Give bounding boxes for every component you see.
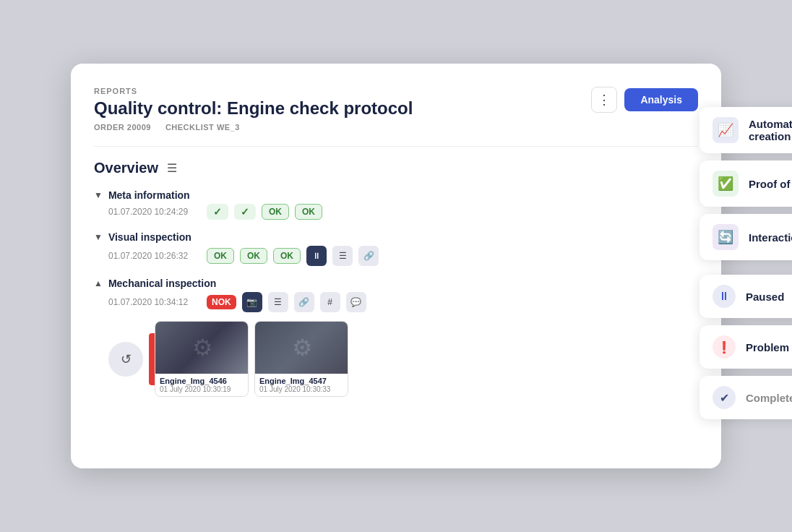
image-date-1: 01 July 2020 10:30:19: [160, 385, 244, 393]
meta-information-item: ▼ Meta information 01.07.2020 10:24:29 ✓…: [94, 189, 698, 220]
engine-img-placeholder-1: ⚙: [155, 322, 249, 374]
more-button[interactable]: ⋮: [591, 87, 617, 113]
meta-information-header: ▼ Meta information: [94, 189, 698, 201]
overview-title: Overview: [94, 160, 158, 176]
mechanical-badge-link: 🔗: [294, 292, 314, 312]
nok-bar: [149, 333, 155, 385]
visual-badge-ok1: OK: [207, 248, 234, 264]
mechanical-inspection-item: ▲ Mechanical inspection 01.07.2020 10:34…: [94, 278, 698, 397]
collapse-icon-visual[interactable]: ▼: [94, 232, 103, 242]
right-panel: 📈 Automatic report creation ✅ Proof of c…: [700, 107, 792, 419]
mechanical-badge-list: ☰: [268, 292, 288, 312]
status-section: ⏸ Paused ❗ Problem ✔ Completed: [700, 275, 792, 419]
image-name-2: Engine_Img_4547: [259, 377, 343, 385]
collapse-icon-meta[interactable]: ▼: [94, 190, 103, 200]
engine-image-2[interactable]: ⚙ Engine_Img_4547 01 July 2020 10:30:33: [254, 321, 348, 397]
meta-badge-check1: ✓: [207, 204, 228, 220]
overview-header: Overview ☰: [94, 160, 698, 176]
panel-item-history[interactable]: 🔄 Interaction History: [700, 214, 792, 260]
status-completed[interactable]: ✔ Completed: [700, 376, 792, 419]
main-card: REPORTS Quality control: Engine check pr…: [71, 64, 721, 468]
meta-badge-check2: ✓: [234, 204, 256, 220]
compliance-label: Proof of compliance: [749, 178, 792, 190]
page-title: Quality control: Engine check protocol: [94, 98, 413, 119]
meta-information-row: 01.07.2020 10:24:29 ✓ ✓ OK OK: [94, 204, 698, 220]
header-right: ⋮ Analysis: [591, 87, 698, 113]
report-label: Automatic report creation: [749, 118, 792, 142]
history-label: Interaction History: [749, 231, 792, 244]
mechanical-badge-nok: NOK: [207, 295, 236, 309]
gear-pattern-2: ⚙: [255, 322, 348, 374]
meta-badge-ok1: OK: [262, 204, 289, 220]
engine-img-placeholder-2: ⚙: [255, 322, 348, 374]
header-meta: ORDER 20009 CHECKLIST WE_3: [94, 123, 413, 132]
visual-inspection-item: ▼ Visual inspection 01.07.2020 10:26:32 …: [94, 231, 698, 266]
checklist-tag: CHECKLIST WE_3: [165, 123, 240, 132]
paused-label: Paused: [746, 291, 784, 303]
image-date-2: 01 July 2020 10:30:33: [259, 385, 343, 393]
problem-icon: ❗: [713, 335, 736, 359]
header-divider: [94, 146, 698, 147]
header-left: REPORTS Quality control: Engine check pr…: [94, 87, 413, 132]
image-name-1: Engine_Img_4546: [160, 377, 244, 385]
mechanical-badge-chat: 💬: [346, 292, 366, 312]
mechanical-timestamp: 01.07.2020 10:34:12: [108, 297, 195, 307]
report-icon: 📈: [713, 117, 739, 143]
mechanical-badge-hash: #: [320, 292, 340, 312]
visual-badge-ok3: OK: [273, 248, 301, 264]
visual-inspection-header: ▼ Visual inspection: [94, 231, 698, 243]
visual-inspection-row: 01.07.2020 10:26:32 OK OK OK ⏸ ☰ 🔗: [94, 246, 698, 266]
visual-badge-ok2: OK: [240, 248, 267, 264]
visual-timestamp: 01.07.2020 10:26:32: [108, 251, 195, 261]
panel-item-report[interactable]: 📈 Automatic report creation: [700, 107, 792, 153]
visual-badge-list: ☰: [332, 246, 353, 266]
header-section: REPORTS Quality control: Engine check pr…: [94, 87, 698, 132]
image-row: ↺ ⚙ Engine_Img_4546 01 July 2020 10:30:1…: [94, 321, 698, 397]
reports-label: REPORTS: [94, 87, 413, 95]
history-button[interactable]: ↺: [108, 342, 143, 377]
paused-icon: ⏸: [713, 285, 736, 308]
problem-label: Problem: [746, 341, 789, 353]
status-paused[interactable]: ⏸ Paused: [700, 275, 792, 318]
image-info-2: Engine_Img_4547 01 July 2020 10:30:33: [255, 374, 348, 396]
completed-icon: ✔: [713, 386, 736, 409]
mechanical-inspection-header: ▲ Mechanical inspection: [94, 278, 698, 289]
history-icon: 🔄: [713, 224, 739, 250]
meta-information-title: Meta information: [108, 189, 190, 201]
mechanical-badge-camera: 📷: [242, 292, 262, 312]
compliance-icon: ✅: [713, 171, 739, 197]
panel-item-compliance[interactable]: ✅ Proof of compliance: [700, 160, 792, 207]
visual-badge-link: 🔗: [358, 246, 379, 266]
visual-inspection-title: Visual inspection: [108, 231, 191, 243]
mechanical-inspection-row: 01.07.2020 10:34:12 NOK 📷 ☰ 🔗 # 💬: [94, 292, 698, 312]
mechanical-inspection-title: Mechanical inspection: [108, 278, 216, 289]
completed-label: Completed: [746, 392, 792, 404]
collapse-icon-mechanical[interactable]: ▲: [94, 278, 103, 288]
status-problem[interactable]: ❗ Problem: [700, 325, 792, 369]
gear-pattern-1: ⚙: [155, 322, 249, 374]
meta-timestamp: 01.07.2020 10:24:29: [108, 207, 195, 217]
analysis-button[interactable]: Analysis: [624, 88, 698, 111]
meta-badge-ok2: OK: [295, 204, 322, 220]
order-tag: ORDER 20009: [94, 123, 151, 132]
visual-badge-pause: ⏸: [306, 246, 327, 266]
overview-menu-icon[interactable]: ☰: [167, 161, 177, 175]
engine-image-1[interactable]: ⚙ Engine_Img_4546 01 July 2020 10:30:19: [155, 321, 249, 397]
image-info-1: Engine_Img_4546 01 July 2020 10:30:19: [155, 374, 248, 396]
